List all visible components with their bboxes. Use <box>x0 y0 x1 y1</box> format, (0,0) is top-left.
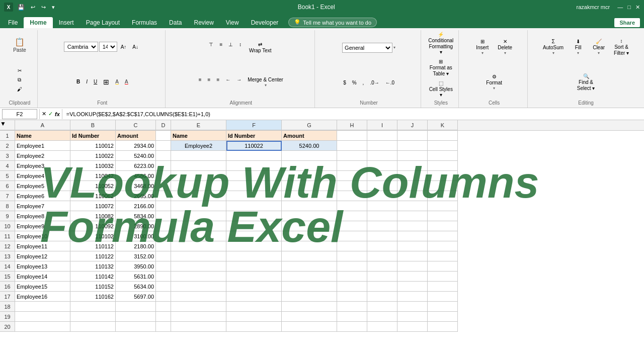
tab-review[interactable]: Review <box>188 17 219 28</box>
row-header-11[interactable]: 11 <box>0 231 15 241</box>
col-header-D[interactable]: D <box>156 120 171 130</box>
cell-H2[interactable] <box>337 141 367 151</box>
col-header-E[interactable]: E <box>171 120 226 130</box>
save-button[interactable]: 💾 <box>16 3 26 12</box>
row-header-19[interactable]: 19 <box>0 312 15 322</box>
row-header-14[interactable]: 14 <box>0 261 15 272</box>
cell-C6[interactable]: 3468.00 <box>116 181 156 191</box>
fill-button[interactable]: ⬇ Fill ▾ <box>569 36 587 58</box>
cell-B1[interactable]: Id Number <box>70 131 116 141</box>
delete-cells-button[interactable]: ✕ Delete ▾ <box>494 36 516 58</box>
cell-A6[interactable]: Employee5 <box>15 181 70 191</box>
cell-J2[interactable] <box>397 141 428 151</box>
cell-F3[interactable] <box>226 151 282 161</box>
row-header-1[interactable]: 1 <box>0 131 15 141</box>
tab-insert[interactable]: Insert <box>53 17 80 28</box>
row-header-2[interactable]: 2 <box>0 141 15 151</box>
cell-C17[interactable]: 5697.00 <box>116 292 156 302</box>
cell-A10[interactable]: Employee9 <box>15 221 70 231</box>
cell-J1[interactable] <box>397 131 428 141</box>
cell-A4[interactable]: Employee3 <box>15 161 70 171</box>
cell-D3[interactable] <box>156 151 171 161</box>
row-header-10[interactable]: 10 <box>0 221 15 231</box>
decrease-font-button[interactable]: A↓ <box>130 43 141 51</box>
bold-button[interactable]: B <box>74 77 83 86</box>
clear-button[interactable]: 🧹 Clear ▾ <box>589 36 608 58</box>
right-align-button[interactable]: ≡ <box>214 75 222 89</box>
increase-indent-button[interactable]: → <box>234 75 244 89</box>
cell-B3[interactable]: 110022 <box>70 151 116 161</box>
cell-A16[interactable]: Employee15 <box>15 282 70 292</box>
cell-E1[interactable]: Name <box>171 131 226 141</box>
cell-B17[interactable]: 110162 <box>70 292 116 302</box>
font-size-select[interactable]: 14 <box>99 42 117 52</box>
col-header-J[interactable]: J <box>397 120 428 130</box>
share-button[interactable]: Share <box>614 18 640 27</box>
cell-F1[interactable]: Id Number <box>226 131 282 141</box>
conditional-formatting-button[interactable]: ⚡ Conditional Formatting ▾ <box>426 30 456 56</box>
autosum-button[interactable]: Σ AutoSum ▾ <box>539 36 567 58</box>
cell-D2[interactable] <box>156 141 171 151</box>
cell-B9[interactable]: 110082 <box>70 211 116 221</box>
tab-view[interactable]: View <box>220 17 245 28</box>
cell-I2[interactable] <box>367 141 397 151</box>
tab-page-layout[interactable]: Page Layout <box>80 17 126 28</box>
cell-reference-input[interactable] <box>2 109 37 119</box>
row-header-16[interactable]: 16 <box>0 282 15 292</box>
font-name-select[interactable]: Cambria <box>64 42 98 52</box>
cell-B14[interactable]: 110132 <box>70 261 116 272</box>
left-align-button[interactable]: ≡ <box>196 75 204 89</box>
cell-C12[interactable]: 2180.00 <box>116 241 156 251</box>
undo-button[interactable]: ↩ <box>29 3 37 12</box>
cell-A14[interactable]: Employee13 <box>15 261 70 272</box>
tab-file[interactable]: File <box>2 17 24 28</box>
row-header-5[interactable]: 5 <box>0 171 15 181</box>
increase-decimal-button[interactable]: .0→ <box>367 78 381 87</box>
cell-A8[interactable]: Employee7 <box>15 201 70 211</box>
cell-C3[interactable]: 5240.00 <box>116 151 156 161</box>
format-painter-button[interactable]: 🖌 <box>15 85 25 94</box>
currency-button[interactable]: $ <box>341 78 349 87</box>
decrease-indent-button[interactable]: ← <box>223 75 233 89</box>
percent-button[interactable]: % <box>350 78 359 87</box>
col-header-H[interactable]: H <box>337 120 367 130</box>
cell-C13[interactable]: 3152.00 <box>116 251 156 261</box>
cell-C5[interactable]: 4586.00 <box>116 171 156 181</box>
cell-E2[interactable]: Employee2 <box>171 141 226 151</box>
cell-C14[interactable]: 3950.00 <box>116 261 156 272</box>
merge-center-button[interactable]: Merge & Center ▾ <box>245 75 286 89</box>
cell-B16[interactable]: 110152 <box>70 282 116 292</box>
row-header-7[interactable]: 7 <box>0 191 15 201</box>
cell-A15[interactable]: Employee14 <box>15 272 70 282</box>
cell-A13[interactable]: Employee12 <box>15 251 70 261</box>
cell-A5[interactable]: Employee4 <box>15 171 70 181</box>
underline-button[interactable]: U <box>91 77 100 86</box>
format-as-table-button[interactable]: ⊞ Format as Table ▾ <box>427 57 455 78</box>
middle-align-button[interactable]: ≡ <box>217 40 225 55</box>
insert-cells-button[interactable]: ⊞ Insert ▾ <box>472 36 492 58</box>
tab-formulas[interactable]: Formulas <box>126 17 163 28</box>
function-wizard-button[interactable]: fx <box>55 111 60 117</box>
cell-C10[interactable]: 2890.00 <box>116 221 156 231</box>
copy-button[interactable]: ⧉ <box>15 75 25 84</box>
sort-filter-button[interactable]: ↕ Sort & Filter ▾ <box>610 36 632 58</box>
col-header-I[interactable]: I <box>367 120 397 130</box>
cell-E3[interactable] <box>171 151 226 161</box>
row-header-9[interactable]: 9 <box>0 211 15 221</box>
increase-font-button[interactable]: A↑ <box>118 43 129 51</box>
row-header-6[interactable]: 6 <box>0 181 15 191</box>
cell-C8[interactable]: 2166.00 <box>116 201 156 211</box>
row-header-15[interactable]: 15 <box>0 272 15 282</box>
cell-A12[interactable]: Employee11 <box>15 241 70 251</box>
fill-color-button[interactable]: A <box>113 77 121 86</box>
col-header-C[interactable]: C <box>116 120 156 130</box>
cell-C1[interactable]: Amount <box>116 131 156 141</box>
cell-styles-button[interactable]: ⬚ Cell Styles ▾ <box>426 79 456 99</box>
cell-A7[interactable]: Employee6 <box>15 191 70 201</box>
paste-button[interactable]: 📋 Paste <box>9 36 31 54</box>
cell-I1[interactable] <box>367 131 397 141</box>
cell-B4[interactable]: 110032 <box>70 161 116 171</box>
col-header-B[interactable]: B <box>70 120 116 130</box>
cell-G1[interactable]: Amount <box>282 131 337 141</box>
decrease-decimal-button[interactable]: ←.0 <box>383 78 397 87</box>
